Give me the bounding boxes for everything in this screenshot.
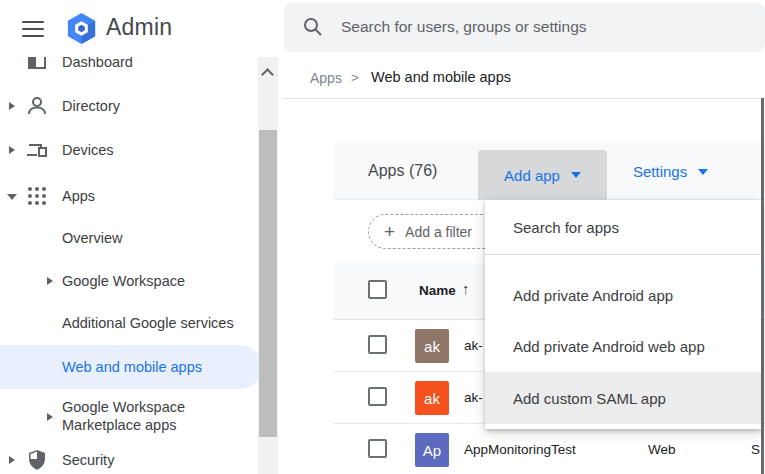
dashboard-icon — [26, 57, 48, 73]
chevron-down-icon — [7, 194, 17, 200]
sidebar-item-marketplace-apps[interactable]: Google Workspace Marketplace apps — [0, 395, 256, 439]
google-admin-logo-icon — [64, 11, 99, 46]
sidebar-item-additional-google-services[interactable]: Additional Google services — [0, 303, 256, 343]
sidebar-item-overview[interactable]: Overview — [0, 218, 256, 258]
menu-item-add-custom-saml-app[interactable]: Add custom SAML app — [485, 372, 761, 424]
menu-item-search-for-apps[interactable]: Search for apps — [485, 200, 761, 254]
plus-icon: + — [384, 222, 395, 241]
app-extra-clipped-text: S — [751, 442, 760, 457]
settings-button[interactable]: Settings — [633, 143, 708, 200]
dropdown-arrow-icon — [698, 169, 708, 175]
product-title: Admin — [106, 14, 172, 41]
menu-item-add-private-android-app[interactable]: Add private Android app — [485, 269, 761, 321]
sidebar-item-directory[interactable]: Directory — [0, 86, 256, 126]
row-checkbox[interactable] — [368, 439, 387, 458]
chevron-right-icon — [47, 277, 53, 285]
row-checkbox[interactable] — [368, 335, 387, 354]
sidebar-nav: Dashboard Directory Devices — [0, 57, 283, 474]
select-all-checkbox[interactable] — [368, 280, 387, 299]
apps-toolbar: Apps (76) Add app Settings — [333, 143, 765, 200]
add-app-dropdown-menu: Search for apps Add private Android app … — [485, 200, 761, 429]
dropdown-arrow-icon — [571, 172, 581, 178]
devices-icon — [26, 139, 48, 161]
sidebar-scrollbar-thumb[interactable] — [259, 130, 277, 437]
chevron-right-icon — [47, 413, 53, 421]
person-icon — [26, 95, 48, 117]
chevron-right-icon — [9, 456, 15, 464]
page-title: Apps (76) — [368, 162, 437, 180]
app-name: ak- — [464, 390, 483, 405]
row-checkbox[interactable] — [368, 387, 387, 406]
shield-icon — [26, 449, 48, 471]
breadcrumb-apps-link[interactable]: Apps — [310, 70, 342, 86]
admin-console: Admin Search for users, groups or settin… — [0, 0, 765, 474]
breadcrumb: Apps > Web and mobile apps — [283, 57, 765, 99]
search-placeholder: Search for users, groups or settings — [341, 18, 587, 36]
sidebar-item-apps[interactable]: Apps — [0, 176, 256, 216]
search-icon — [303, 17, 323, 37]
breadcrumb-separator: > — [351, 70, 359, 85]
hamburger-menu-icon[interactable] — [22, 21, 44, 37]
sort-ascending-icon[interactable]: ↑ — [462, 280, 470, 297]
chevron-right-icon — [9, 102, 15, 110]
table-row[interactable]: Ap AppMonitoringTest Web S — [333, 424, 765, 474]
sidebar-item-web-and-mobile-apps[interactable]: Web and mobile apps — [0, 345, 262, 389]
app-platform: Web — [648, 442, 676, 457]
search-input[interactable]: Search for users, groups or settings — [284, 3, 765, 52]
sidebar-item-dashboard[interactable]: Dashboard — [0, 57, 256, 82]
name-column-header[interactable]: Name — [419, 283, 456, 298]
app-avatar: Ap — [415, 433, 449, 467]
sidebar-item-devices[interactable]: Devices — [0, 130, 256, 170]
sidebar-item-security[interactable]: Security — [0, 440, 256, 474]
chevron-right-icon — [9, 146, 15, 154]
top-bar: Admin Search for users, groups or settin… — [0, 0, 765, 57]
add-app-button[interactable]: Add app — [478, 150, 607, 200]
page-scrollbar[interactable] — [761, 98, 764, 474]
menu-divider — [485, 254, 761, 255]
apps-grid-icon — [26, 185, 48, 207]
breadcrumb-current: Web and mobile apps — [371, 69, 511, 85]
app-name: ak- — [464, 338, 483, 353]
sidebar-item-google-workspace[interactable]: Google Workspace — [0, 261, 256, 301]
app-avatar: ak — [415, 329, 449, 363]
app-name: AppMonitoringTest — [464, 442, 576, 457]
app-avatar: ak — [415, 381, 449, 415]
menu-item-add-private-android-web-app[interactable]: Add private Android web app — [485, 321, 761, 372]
